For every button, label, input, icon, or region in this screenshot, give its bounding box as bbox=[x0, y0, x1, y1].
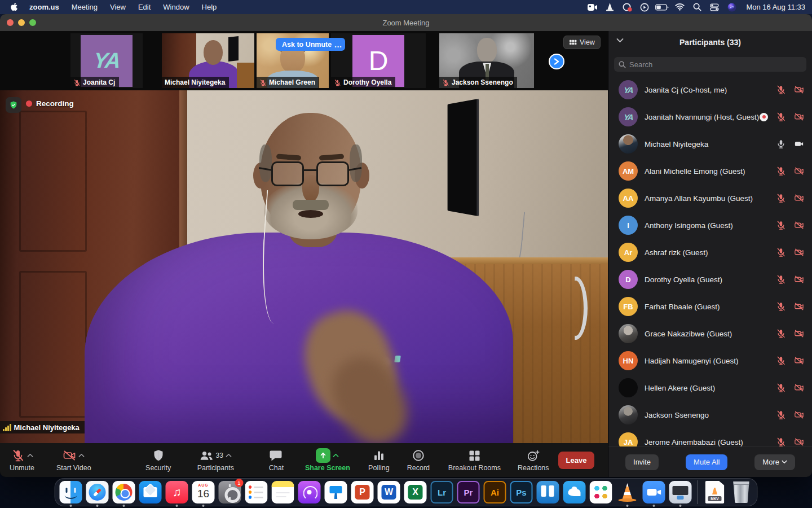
toolbar-share-screen-button[interactable]: Share Screen bbox=[302, 449, 354, 472]
camera-status-icon[interactable] bbox=[794, 193, 804, 203]
filmstrip-tile-dorothy[interactable]: DDorothy Oyella bbox=[331, 33, 426, 88]
participant-row[interactable]: HNHadijah Namugenyi (Guest) bbox=[608, 347, 812, 374]
dock-app-powerpoint[interactable]: P bbox=[351, 481, 374, 503]
screen-record-icon[interactable] bbox=[620, 2, 634, 12]
mic-status-icon[interactable] bbox=[776, 301, 786, 312]
camera-status-icon[interactable] bbox=[794, 437, 804, 446]
zoom-window-button[interactable] bbox=[29, 19, 36, 26]
camera-status-icon[interactable] bbox=[794, 356, 804, 366]
invite-button[interactable]: Invite bbox=[625, 454, 659, 470]
mute-all-button[interactable]: Mute All bbox=[686, 454, 727, 470]
chevron-up-icon[interactable] bbox=[226, 453, 232, 458]
close-window-button[interactable] bbox=[7, 19, 14, 26]
mic-status-icon[interactable] bbox=[776, 329, 786, 339]
camera-status-icon[interactable] bbox=[794, 301, 804, 312]
spotlight-search-icon[interactable] bbox=[690, 2, 704, 12]
camera-status-icon[interactable] bbox=[794, 329, 804, 339]
leave-meeting-button[interactable]: Leave bbox=[558, 452, 594, 469]
participant-row[interactable]: YAJoanita Cj (Co-host, me) bbox=[608, 76, 812, 103]
toolbar-security-button[interactable]: Security bbox=[142, 449, 175, 472]
mic-status-icon[interactable] bbox=[776, 193, 786, 203]
participant-row[interactable]: ArAshraf rizk (Guest) bbox=[608, 239, 812, 266]
menu-view[interactable]: View bbox=[104, 3, 132, 11]
camera-status-icon[interactable] bbox=[794, 166, 804, 176]
mic-status-icon[interactable] bbox=[776, 356, 786, 366]
dock-app-podcasts[interactable] bbox=[298, 481, 321, 503]
mic-status-icon[interactable] bbox=[776, 437, 786, 446]
dock-app-zoom[interactable] bbox=[643, 481, 665, 503]
dock-app-keynote[interactable] bbox=[325, 481, 347, 503]
toolbar-breakout-rooms-button[interactable]: Breakout Rooms bbox=[445, 449, 504, 472]
thumbnail-more-options-button[interactable]: … bbox=[332, 38, 345, 51]
dock-app-illustrator[interactable]: Ai bbox=[484, 481, 506, 503]
camera-status-icon[interactable] bbox=[794, 383, 804, 393]
participant-row[interactable]: DDorothy Oyella (Guest) bbox=[608, 266, 812, 293]
menu-bar-clock[interactable]: Mon 16 Aug 11:33 bbox=[746, 3, 805, 11]
dock-app-media[interactable] bbox=[669, 481, 692, 503]
dock-app-lightroom[interactable]: Lr bbox=[431, 481, 453, 503]
toolbar-participants-button[interactable]: 33Participants bbox=[194, 449, 237, 472]
dock-app-twitter[interactable] bbox=[563, 481, 586, 503]
mic-status-icon[interactable] bbox=[776, 166, 786, 176]
chevron-up-icon[interactable] bbox=[78, 453, 85, 458]
dock-app-notes[interactable] bbox=[272, 481, 294, 503]
menu-edit[interactable]: Edit bbox=[132, 3, 157, 11]
dock-app-slack[interactable] bbox=[590, 481, 612, 503]
vlc-cone-icon[interactable] bbox=[603, 2, 616, 12]
participants-search-box[interactable] bbox=[614, 57, 806, 72]
mic-status-icon[interactable] bbox=[776, 383, 786, 393]
dock-app-trello[interactable] bbox=[537, 481, 559, 503]
toolbar-polling-button[interactable]: Polling bbox=[363, 449, 395, 472]
dock-app-settings[interactable]: 1 bbox=[219, 481, 241, 503]
dock-app-word[interactable]: W bbox=[378, 481, 400, 503]
filmstrip-tile-michael[interactable]: Michael Niyitegeka bbox=[162, 33, 254, 88]
toolbar-reactions-button[interactable]: Reactions bbox=[514, 449, 553, 472]
participant-row[interactable]: Grace Nakazibwe (Guest) bbox=[608, 320, 812, 347]
camera-status-icon[interactable] bbox=[794, 274, 804, 284]
toolbar-unmute-button[interactable]: Unmute bbox=[6, 449, 38, 472]
menu-window[interactable]: Window bbox=[157, 3, 195, 11]
participant-row[interactable]: Hellen Akere (Guest) bbox=[608, 374, 812, 401]
toolbar-start-video-button[interactable]: Start Video bbox=[53, 449, 95, 472]
participant-row[interactable]: JAJerome Ainembabazi (Guest) bbox=[608, 428, 812, 446]
dock-app-vlc[interactable] bbox=[616, 481, 639, 503]
chevron-up-icon[interactable] bbox=[333, 453, 339, 458]
mic-status-icon[interactable] bbox=[776, 274, 786, 284]
toolbar-chat-button[interactable]: Chat bbox=[260, 449, 293, 472]
more-options-button[interactable]: More bbox=[754, 454, 795, 470]
assistant-globe-icon[interactable] bbox=[725, 2, 739, 12]
mic-status-icon[interactable] bbox=[776, 247, 786, 257]
minimize-window-button[interactable] bbox=[18, 19, 25, 26]
dock-app-calendar[interactable]: AUG16 bbox=[192, 481, 215, 503]
dock-app-reminders[interactable] bbox=[245, 481, 268, 503]
camera-status-icon[interactable] bbox=[794, 139, 804, 149]
control-center-icon[interactable] bbox=[708, 2, 721, 12]
battery-icon[interactable] bbox=[655, 2, 669, 12]
menu-meeting[interactable]: Meeting bbox=[65, 3, 104, 11]
collapse-panel-chevron-icon[interactable] bbox=[616, 38, 624, 43]
camera-status-icon[interactable] bbox=[794, 112, 804, 122]
participant-row[interactable]: AMAlani Michelle Emong (Guest) bbox=[608, 157, 812, 185]
dock-app-mkv-file[interactable]: MKV bbox=[704, 481, 726, 503]
mic-status-icon[interactable] bbox=[776, 220, 786, 230]
camera-status-icon[interactable] bbox=[794, 247, 804, 257]
camera-status-icon[interactable] bbox=[794, 85, 804, 95]
participant-row[interactable]: FBFarhat Bbaale (Guest) bbox=[608, 293, 812, 320]
participant-row[interactable]: AAAmanya Allan Kayumbu (Guest) bbox=[608, 185, 812, 212]
ask-to-unmute-button[interactable]: Ask to Unmute bbox=[276, 38, 338, 51]
dock-app-chrome[interactable] bbox=[113, 481, 135, 503]
dock-app-safari[interactable] bbox=[86, 481, 109, 503]
recording-indicator[interactable]: Recording bbox=[26, 99, 74, 108]
play-circle-icon[interactable] bbox=[638, 2, 651, 12]
participant-row[interactable]: IAnthony Isingoma (Guest) bbox=[608, 212, 812, 239]
toolbar-record-button[interactable]: Record bbox=[402, 449, 435, 472]
dock-app-finder[interactable] bbox=[60, 481, 82, 503]
participant-row[interactable]: YAJoanitah Nvannungi (Host, Guest) bbox=[608, 103, 812, 130]
dock-app-excel[interactable]: X bbox=[404, 481, 427, 503]
zoom-camera-icon[interactable] bbox=[585, 2, 599, 12]
camera-status-icon[interactable] bbox=[794, 410, 804, 420]
filmstrip-tile-joanita[interactable]: YAJoanita Cj bbox=[70, 33, 143, 88]
menu-zoomus[interactable]: zoom.us bbox=[23, 3, 65, 11]
wifi-icon[interactable] bbox=[673, 2, 686, 12]
mic-status-icon[interactable] bbox=[776, 139, 786, 149]
